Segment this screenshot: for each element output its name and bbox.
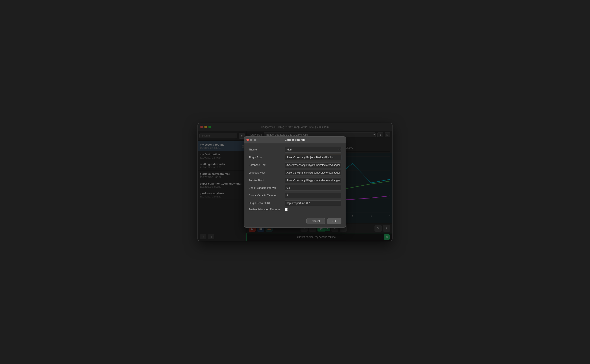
database-root-row: Database Root (248, 162, 342, 168)
plugin-server-label: Plugin Server URL (248, 202, 282, 205)
theme-select[interactable]: dark (285, 147, 342, 153)
plugin-server-row: Plugin Server URL (248, 200, 342, 206)
modal-overlay: Badger settings Theme dark Plugin Root D… (198, 123, 392, 241)
database-root-input[interactable] (285, 162, 342, 168)
modal-footer: Cancel OK (244, 216, 346, 228)
archive-root-label: Archive Root (248, 179, 282, 182)
modal-close[interactable] (247, 139, 249, 141)
check-timeout-row: Check Variable Timeout (248, 193, 342, 198)
modal-titlebar: Badger settings (244, 136, 346, 143)
check-timeout-label: Check Variable Timeout (248, 194, 282, 197)
plugin-root-row: Plugin Root (248, 155, 342, 160)
logbook-root-label: Logbook Root (248, 171, 282, 174)
check-timeout-input[interactable] (285, 193, 342, 198)
advanced-row: Enable Advanced Features (248, 208, 342, 211)
database-root-label: Database Root (248, 164, 282, 167)
modal-minimize[interactable] (250, 139, 252, 141)
check-interval-input[interactable] (285, 185, 342, 191)
settings-modal: Badger settings Theme dark Plugin Root D… (244, 136, 346, 228)
theme-row: Theme dark (248, 147, 342, 153)
plugin-root-label: Plugin Root (248, 156, 282, 159)
archive-root-input[interactable] (285, 178, 342, 183)
advanced-label: Enable Advanced Features (248, 208, 282, 211)
advanced-checkbox[interactable] (285, 208, 288, 211)
plugin-server-input[interactable] (285, 200, 342, 206)
check-interval-row: Check Variable Interval (248, 185, 342, 191)
ok-button[interactable]: OK (327, 218, 342, 224)
app-window: Badger v0.11+107.g7f15964 (Xopt v2.0a1+2… (198, 123, 392, 241)
archive-root-row: Archive Root (248, 178, 342, 183)
modal-traffic-lights (247, 139, 256, 141)
plugin-root-input[interactable] (285, 155, 342, 160)
logbook-root-input[interactable] (285, 170, 342, 176)
theme-label: Theme (248, 148, 282, 151)
cancel-button[interactable]: Cancel (306, 218, 325, 224)
modal-maximize[interactable] (254, 139, 256, 141)
modal-title: Badger settings (285, 138, 305, 141)
logbook-root-row: Logbook Root (248, 170, 342, 176)
check-interval-label: Check Variable Interval (248, 186, 282, 189)
modal-body: Theme dark Plugin Root Database Root Log… (244, 143, 346, 216)
